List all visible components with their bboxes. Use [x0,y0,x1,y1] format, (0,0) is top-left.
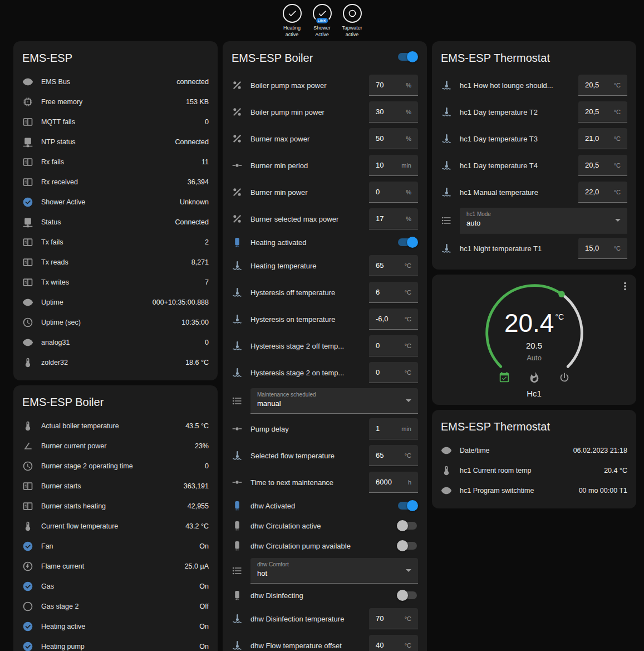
number-input[interactable]: 0°C [369,362,418,383]
entity-row[interactable]: Free memory153 KB [22,92,209,112]
number-input[interactable]: 0% [369,182,418,203]
toggle-row: dhw Disinfecting [232,585,418,605]
entity-label: Tx writes [41,278,205,286]
entity-row[interactable]: NTP statusConnected [22,132,209,152]
number-input[interactable]: 17% [369,208,418,229]
number-row: hc1 Manual temperature22,0°C [441,179,627,205]
select-input[interactable]: hc1 Modeauto [460,208,627,233]
number-input[interactable]: 70% [369,75,418,96]
entity-row[interactable]: 2Burner starts363,191 [22,476,209,496]
mode-power-button[interactable] [558,371,571,384]
entity-label: Burner selected max power [250,215,369,223]
entity-value: 2 [205,238,209,246]
toggle-switch[interactable] [397,590,418,601]
number-input[interactable]: 0°C [369,335,418,356]
number-row: Hysteresis off temperature6°C [232,279,418,306]
entity-row[interactable]: StatusConnected [22,212,209,232]
thermo-water-icon [232,450,243,461]
entity-row[interactable]: Date/time06.02.2023 21:18 [441,440,627,461]
card-title: EMS-ESP Boiler [223,41,397,72]
select-input[interactable]: Maintenance scheduledmanual [250,388,418,414]
toggle-switch[interactable] [397,540,418,551]
number-row: Burner selected max power17% [232,205,418,232]
memory-icon [22,96,33,107]
entity-row[interactable]: Burner stage 2 operating time0 [22,456,209,476]
list-icon [232,565,243,576]
entity-row[interactable]: 2Burner starts heating42,955 [22,496,209,516]
entity-label: zolder32 [41,359,185,366]
entity-row[interactable]: Uptime (sec)10:35:00 [22,312,209,332]
number-input[interactable]: 20,5°C [578,75,627,96]
clock-icon [22,317,33,328]
number-input[interactable]: 65°C [369,255,418,276]
number-input[interactable]: 21,0°C [578,128,627,149]
entity-row[interactable]: 2Tx reads8,271 [22,252,209,272]
number-input[interactable]: -6,0°C [369,309,418,330]
entity-label: Date/time [460,447,573,454]
entity-row[interactable]: FanOn [22,536,209,556]
toggle-switch[interactable] [397,500,418,511]
entity-row[interactable]: Uptime000+10:35:00.888 [22,292,209,312]
entity-row[interactable]: 2Rx received36,394 [22,172,209,192]
eye-icon [441,445,452,456]
dashboard: EMS-ESP EMS BusconnectedFree memory153 K… [13,41,636,651]
entity-row[interactable]: 2Rx fails11 [22,152,209,172]
card-header-toggle[interactable] [397,51,418,62]
entity-row[interactable]: Flame current25.0 µA [22,556,209,576]
hvac-mode-label: Auto [527,354,542,362]
entity-row[interactable]: Heating pumpOn [22,637,209,651]
badge-label: Heatingactive [283,25,301,38]
number-input[interactable]: 6°C [369,282,418,303]
entity-value: 000+10:35:00.888 [153,298,209,306]
number-input[interactable]: 15,0°C [578,238,627,259]
entity-value: 0 [205,462,209,470]
entity-row[interactable]: EMS Busconnected [22,72,209,92]
number-input[interactable]: 30% [369,101,418,123]
entity-label: dhw Activated [250,502,397,510]
counter-icon: 2 [22,257,33,268]
entity-row[interactable]: 2MQTT fails0 [22,112,209,132]
entity-row[interactable]: 2Tx fails2 [22,232,209,252]
entity-row[interactable]: Gas stage 2Off [22,596,209,616]
entity-row[interactable]: Actual boiler temperature43.5 °C [22,416,209,436]
number-input[interactable]: 65°C [369,445,418,466]
number-input[interactable]: 6000h [369,472,418,493]
number-input[interactable]: 70°C [369,608,418,629]
entity-row[interactable]: zolder3218.6 °C [22,353,209,373]
entity-row[interactable]: Burner current power23% [22,436,209,456]
number-input[interactable]: 22,0°C [578,182,627,203]
status-badge[interactable]: Heatingactive [280,4,304,38]
entity-row[interactable]: GasOn [22,576,209,596]
toggle-switch[interactable] [397,520,418,531]
more-options-button[interactable] [618,280,632,293]
toggle-row: dhw Circulation active [232,516,418,536]
toggle-switch[interactable] [397,237,418,248]
svg-text:2: 2 [29,180,31,184]
select-label: Maintenance scheduled [257,391,399,398]
thermostat-dial[interactable]: 20.4 °C 20.5 Auto [480,279,588,387]
entity-row[interactable]: Heating activeOn [22,616,209,637]
number-row: dhw Flow temperature offset40°C [232,632,418,651]
mode-fire-button[interactable] [528,371,540,384]
number-input[interactable]: 20,5°C [578,101,627,123]
entity-row[interactable]: 2Tx writes7 [22,272,209,292]
number-input[interactable]: 20,5°C [578,155,627,176]
boiler-icon [232,590,243,601]
entity-row[interactable]: Shower ActiveUnknown [22,192,209,212]
entity-row[interactable]: analog310 [22,332,209,353]
status-badge[interactable]: Tapwateractive [340,4,365,38]
entity-row[interactable]: hc1 Program switchtime00 mo 00:00 T1 [441,481,627,501]
number-input[interactable]: 10min [369,155,418,176]
badge-label: Tapwateractive [342,25,362,38]
number-unit: min [401,162,411,169]
percent-icon [232,187,243,198]
number-input[interactable]: 40°C [369,635,418,651]
mode-calendar-check-button[interactable] [498,371,510,384]
status-badge[interactable]: LINK ShowerActive [310,4,335,38]
select-input[interactable]: dhw Comforthot [250,558,418,584]
network-icon [22,217,33,228]
number-input[interactable]: 50% [369,128,418,149]
entity-row[interactable]: Current flow temperature43.2 °C [22,516,209,536]
number-input[interactable]: 1min [369,418,418,439]
entity-row[interactable]: hc1 Current room temp20.4 °C [441,461,627,481]
